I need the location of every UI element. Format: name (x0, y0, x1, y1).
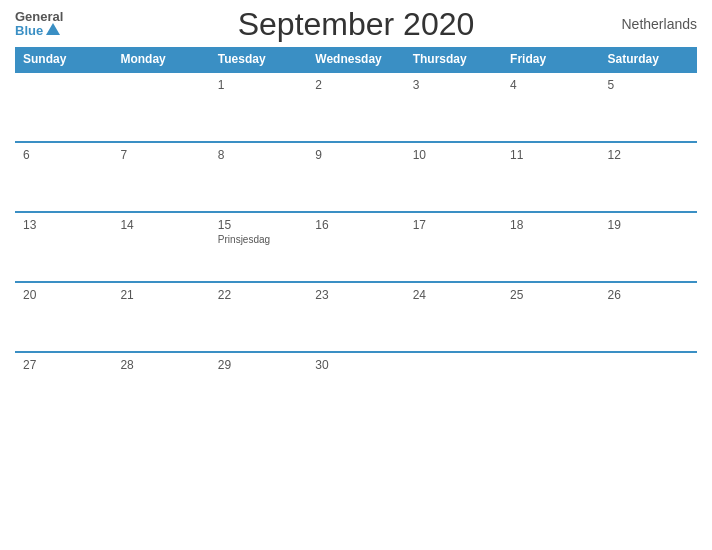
day-event: Prinsjesdag (218, 234, 299, 245)
calendar-day-cell (112, 72, 209, 142)
calendar-day-cell: 30 (307, 352, 404, 422)
day-number: 11 (510, 148, 591, 162)
day-number: 7 (120, 148, 201, 162)
day-number: 24 (413, 288, 494, 302)
day-number: 3 (413, 78, 494, 92)
day-number: 13 (23, 218, 104, 232)
calendar-day-cell (15, 72, 112, 142)
calendar-day-cell (405, 352, 502, 422)
calendar-day-cell: 29 (210, 352, 307, 422)
calendar-day-cell: 24 (405, 282, 502, 352)
day-number: 17 (413, 218, 494, 232)
calendar-day-cell: 15Prinsjesdag (210, 212, 307, 282)
calendar-day-cell: 13 (15, 212, 112, 282)
calendar-day-cell: 22 (210, 282, 307, 352)
calendar-day-cell: 28 (112, 352, 209, 422)
calendar-day-cell: 5 (600, 72, 697, 142)
day-number: 4 (510, 78, 591, 92)
calendar-day-cell: 9 (307, 142, 404, 212)
header-saturday: Saturday (600, 47, 697, 72)
header-wednesday: Wednesday (307, 47, 404, 72)
header-thursday: Thursday (405, 47, 502, 72)
calendar-day-cell: 7 (112, 142, 209, 212)
calendar-day-cell: 11 (502, 142, 599, 212)
logo-triangle-icon (46, 23, 60, 35)
logo: General Blue (15, 10, 63, 39)
calendar-day-cell: 19 (600, 212, 697, 282)
calendar-day-cell: 2 (307, 72, 404, 142)
calendar-day-cell: 6 (15, 142, 112, 212)
day-number: 16 (315, 218, 396, 232)
day-number: 25 (510, 288, 591, 302)
logo-blue-text: Blue (15, 24, 43, 38)
calendar-day-cell: 12 (600, 142, 697, 212)
day-number: 30 (315, 358, 396, 372)
day-number: 1 (218, 78, 299, 92)
calendar-day-cell: 16 (307, 212, 404, 282)
day-number: 20 (23, 288, 104, 302)
calendar-day-cell: 4 (502, 72, 599, 142)
header-monday: Monday (112, 47, 209, 72)
day-number: 9 (315, 148, 396, 162)
day-number: 12 (608, 148, 689, 162)
day-number: 23 (315, 288, 396, 302)
header-tuesday: Tuesday (210, 47, 307, 72)
calendar-header: General Blue September 2020 Netherlands (15, 10, 697, 39)
calendar-day-cell: 14 (112, 212, 209, 282)
header-sunday: Sunday (15, 47, 112, 72)
day-number: 8 (218, 148, 299, 162)
day-number: 18 (510, 218, 591, 232)
day-number: 2 (315, 78, 396, 92)
calendar-day-cell: 17 (405, 212, 502, 282)
calendar-day-cell: 1 (210, 72, 307, 142)
calendar-week-row: 6789101112 (15, 142, 697, 212)
calendar-day-cell: 3 (405, 72, 502, 142)
calendar-week-row: 131415Prinsjesdag16171819 (15, 212, 697, 282)
calendar-day-cell: 10 (405, 142, 502, 212)
calendar-week-row: 27282930 (15, 352, 697, 422)
calendar-day-cell (502, 352, 599, 422)
logo-general-text: General (15, 10, 63, 24)
day-number: 27 (23, 358, 104, 372)
calendar-day-cell: 20 (15, 282, 112, 352)
day-number: 19 (608, 218, 689, 232)
day-number: 10 (413, 148, 494, 162)
day-number: 14 (120, 218, 201, 232)
month-title: September 2020 (238, 6, 475, 43)
calendar-day-cell: 26 (600, 282, 697, 352)
calendar-day-cell (600, 352, 697, 422)
day-number: 21 (120, 288, 201, 302)
day-number: 29 (218, 358, 299, 372)
day-number: 22 (218, 288, 299, 302)
header-friday: Friday (502, 47, 599, 72)
calendar-week-row: 12345 (15, 72, 697, 142)
calendar-day-cell: 25 (502, 282, 599, 352)
calendar-table: Sunday Monday Tuesday Wednesday Thursday… (15, 47, 697, 422)
calendar-day-cell: 21 (112, 282, 209, 352)
day-number: 28 (120, 358, 201, 372)
day-number: 15 (218, 218, 299, 232)
calendar-week-row: 20212223242526 (15, 282, 697, 352)
calendar-day-cell: 18 (502, 212, 599, 282)
day-number: 26 (608, 288, 689, 302)
calendar-container: General Blue September 2020 Netherlands … (0, 0, 712, 550)
calendar-day-cell: 27 (15, 352, 112, 422)
country-label: Netherlands (622, 16, 698, 32)
calendar-day-cell: 23 (307, 282, 404, 352)
weekday-header-row: Sunday Monday Tuesday Wednesday Thursday… (15, 47, 697, 72)
day-number: 6 (23, 148, 104, 162)
day-number: 5 (608, 78, 689, 92)
calendar-day-cell: 8 (210, 142, 307, 212)
